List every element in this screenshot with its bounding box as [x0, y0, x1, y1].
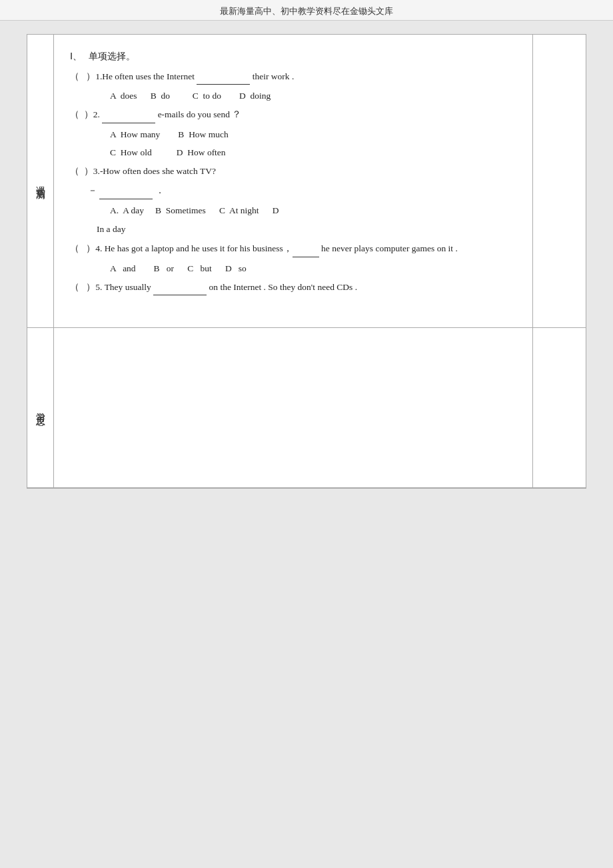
- blank-q2: [102, 113, 155, 123]
- section-kehou: 课堂后测 Ⅰ、 单项选择。 （ ）1.He often uses the Int…: [27, 35, 586, 328]
- question-3-response: － ．: [70, 182, 516, 199]
- section-body-fansi: [54, 328, 532, 487]
- question-5: （ ）5. They usually on the Internet . So …: [70, 279, 516, 296]
- section-label-kehou: 课堂后测: [27, 35, 54, 327]
- options-q2-line2: C How old D How often: [70, 144, 516, 161]
- blank-q4: [293, 247, 319, 257]
- section-title: Ⅰ、 单项选择。: [70, 48, 516, 65]
- blank-q5: [153, 285, 207, 295]
- right-margin-kehou: [532, 35, 586, 327]
- section-label-fansi: 学习反思: [27, 328, 54, 487]
- section-body-kehou: Ⅰ、 单项选择。 （ ）1.He often uses the Internet…: [54, 35, 532, 327]
- question-1: （ ）1.He often uses the Internet their wo…: [70, 68, 516, 85]
- page-content: 课堂后测 Ⅰ、 单项选择。 （ ）1.He often uses the Int…: [27, 34, 586, 489]
- header-title: 最新海量高中、初中教学资料尽在金锄头文库: [220, 6, 393, 16]
- blank-q1: [197, 74, 250, 85]
- right-margin-fansi: [532, 328, 586, 487]
- section-fansi: 学习反思: [27, 328, 586, 488]
- question-2: （ ）2. e-mails do you send ？: [70, 106, 516, 123]
- options-q3-d: In a day: [70, 221, 516, 238]
- question-4: （ ）4. He has got a laptop and he uses it…: [70, 240, 516, 257]
- options-q4: A and B or C but D so: [70, 260, 516, 277]
- options-q3: A. A day B Sometimes C At night D: [70, 202, 516, 219]
- blank-q3: [99, 189, 153, 199]
- options-q1: A does B do C to do D doing: [70, 87, 516, 105]
- options-q2-line1: A How many B How much: [70, 126, 516, 143]
- page-header: 最新海量高中、初中教学资料尽在金锄头文库: [0, 0, 613, 21]
- question-3: （ ）3.-How often does she watch TV?: [70, 163, 516, 180]
